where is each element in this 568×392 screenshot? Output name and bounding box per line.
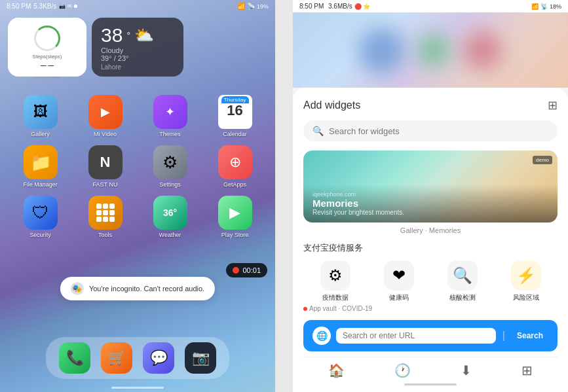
mivideo-icon: ▶: [88, 95, 123, 129]
themes-label: Themes: [159, 131, 181, 137]
app-icon-filemanager[interactable]: 📁 File Manager: [10, 145, 70, 188]
settings-label: Settings: [159, 181, 181, 188]
steps-ring: [34, 26, 60, 51]
right-sys-icons: 📶 📡 18%: [531, 3, 561, 10]
mi-fitness-widget[interactable]: Steps(steps) — —: [8, 18, 86, 77]
grid-icon[interactable]: ⊞: [548, 98, 558, 113]
calendar-icon: Thursday 16: [218, 95, 252, 129]
status-bar-right: 8:50 PM 3.6MB/s 🔴 ⭐ 📶 📡 18%: [293, 0, 568, 12]
icons-right: 📶 📡 19%: [237, 3, 269, 10]
app-icon-gallery[interactable]: 🖼 Gallery: [10, 95, 70, 137]
fastnu-label: FAST NU: [93, 181, 118, 188]
dock-phone[interactable]: 📞: [59, 342, 90, 374]
nav-download-icon[interactable]: ⬇: [461, 363, 472, 378]
getapps-icon: ⊕: [218, 145, 252, 179]
alipay-section: 支付宝疫情服务 ⚙ 疫情数据 ❤ 健康码 🔍 核酸检测 ⚡ 风险区域: [303, 242, 558, 312]
battery-left: 19%: [257, 3, 269, 10]
battery-right: 18%: [550, 3, 561, 10]
blur-circle-blue: [358, 27, 404, 73]
weather-widget[interactable]: 38 ° ⛅ Cloudy 39° / 23° Lahore: [92, 18, 183, 77]
filemanager-label: File Manager: [23, 181, 58, 188]
blur-circle-red: [463, 31, 502, 70]
alipay-icon-3: ⚡: [511, 260, 541, 291]
rec-dot: [233, 267, 239, 274]
nav-grid-icon[interactable]: ⊞: [521, 363, 533, 378]
app-icon-weather[interactable]: 36° Weather: [140, 196, 200, 238]
dock-camera[interactable]: 📷: [185, 342, 216, 374]
fastnu-icon: N: [88, 145, 123, 179]
alipay-icon-0: ⚙: [320, 260, 350, 291]
browser-go-button[interactable]: Search: [512, 328, 548, 344]
browser-bar[interactable]: 🌐 | Search: [303, 320, 558, 351]
wifi-icon-right: 📡: [540, 3, 548, 10]
alipay-item-1[interactable]: ❤ 健康码: [384, 260, 414, 302]
incognito-icon: 🎭: [71, 282, 84, 295]
weather-range: 39° / 23°: [101, 54, 174, 62]
app-icon-play[interactable]: ▶ Play Store: [205, 196, 265, 238]
alipay-item-2[interactable]: 🔍 核酸检测: [447, 260, 478, 302]
add-widgets-title: Add widgets: [303, 99, 360, 111]
play-icon: ▶: [218, 196, 252, 230]
app-icon-tools[interactable]: Tools: [75, 196, 135, 238]
status-icons-right: 🔴 ⭐: [354, 3, 371, 10]
weather-app-icon: 36°: [153, 196, 187, 230]
red-dot: [303, 307, 307, 311]
security-label: Security: [29, 232, 51, 238]
app-icon-fastnu[interactable]: N FAST NU: [75, 145, 135, 188]
status-bar-left: 8:50 PM 5.3KB/s 📷 ✉ ⏺ 📶 📡 19%: [0, 0, 275, 12]
recording-button[interactable]: 00:01: [226, 263, 267, 277]
phone-right: 8:50 PM 3.6MB/s 🔴 ⭐ 📶 📡 18% Add widgets …: [293, 0, 568, 392]
home-indicator-left: [111, 387, 164, 389]
gallery-card-overlay: iqeekphone.com Memories Revisit your bri…: [303, 185, 558, 223]
alipay-label-1: 健康码: [389, 293, 409, 302]
gallery-label: Gallery: [31, 131, 50, 137]
gallery-memories-card[interactable]: demo iqeekphone.com Memories Revisit you…: [303, 151, 558, 223]
memories-subtitle: Revisit your brightest moments.: [312, 209, 548, 216]
dock-messages[interactable]: 💬: [143, 342, 174, 374]
phone-left: 8:50 PM 5.3KB/s 📷 ✉ ⏺ 📶 📡 19% Steps(step…: [0, 0, 275, 392]
nav-home-icon[interactable]: 🏠: [328, 363, 345, 378]
add-widgets-header: Add widgets ⊞: [303, 98, 558, 113]
getapps-label: GetApps: [223, 181, 246, 188]
themes-icon: ✦: [153, 95, 187, 129]
alipay-title: 支付宝疫情服务: [303, 242, 558, 254]
filemanager-icon: 📁: [24, 145, 58, 179]
widget-search-input[interactable]: [329, 126, 548, 136]
app-icon-themes[interactable]: ✦ Themes: [140, 95, 200, 137]
blur-circle-green: [417, 34, 450, 67]
app-icon-settings[interactable]: ⚙ Settings: [140, 145, 200, 188]
time-speed: 8:50 PM 5.3KB/s 📷 ✉ ⏺: [7, 3, 79, 10]
dock-market[interactable]: 🛒: [101, 342, 132, 374]
app-grid: 🖼 Gallery ▶ Mi Video ✦ Themes Thursday 1…: [0, 82, 275, 243]
alipay-icon-2: 🔍: [447, 260, 478, 291]
browser-search-input[interactable]: [336, 328, 496, 344]
alipay-item-3[interactable]: ⚡ 风险区域: [511, 260, 541, 302]
steps-count: — —: [41, 62, 54, 69]
alipay-icon-1: ❤: [384, 260, 414, 291]
incognito-toast: 🎭 You're incognito. Can't record audio.: [60, 277, 215, 300]
nav-clock-icon[interactable]: 🕐: [394, 363, 411, 378]
home-indicator-right: [404, 383, 457, 385]
app-icon-mivideo[interactable]: ▶ Mi Video: [75, 95, 135, 137]
weather-app-label: Weather: [159, 232, 181, 238]
search-icon-widget: 🔍: [312, 126, 324, 136]
alipay-label-2: 核酸检测: [449, 293, 476, 302]
weather-city: Lahore: [101, 63, 174, 71]
time-right: 8:50 PM 3.6MB/s 🔴 ⭐: [299, 3, 370, 10]
calendar-label: Calendar: [223, 131, 247, 137]
alipay-icons: ⚙ 疫情数据 ❤ 健康码 🔍 核酸检测 ⚡ 风险区域: [303, 260, 558, 302]
sim-icon: 📶: [531, 3, 539, 10]
watermark: iqeekphone.com: [312, 191, 548, 198]
bottom-dock: 📞 🛒 💬 📷: [46, 337, 229, 379]
widgets-area: Steps(steps) — — 38 ° ⛅ Cloudy 39° / 23°…: [0, 12, 275, 82]
app-icon-security[interactable]: 🛡 Security: [10, 196, 70, 238]
memories-title: Memories: [312, 198, 548, 209]
alipay-item-0[interactable]: ⚙ 疫情数据: [320, 260, 350, 302]
wifi-icon: 📡: [247, 3, 255, 10]
app-icon-getapps[interactable]: ⊕ GetApps: [205, 145, 265, 188]
tools-label: Tools: [98, 232, 112, 238]
app-icon-calendar[interactable]: Thursday 16 Calendar: [205, 95, 265, 137]
widget-search-bar[interactable]: 🔍: [303, 120, 558, 141]
status-icons-text: 📷 ✉ ⏺: [59, 3, 78, 9]
play-label: Play Store: [221, 232, 249, 238]
